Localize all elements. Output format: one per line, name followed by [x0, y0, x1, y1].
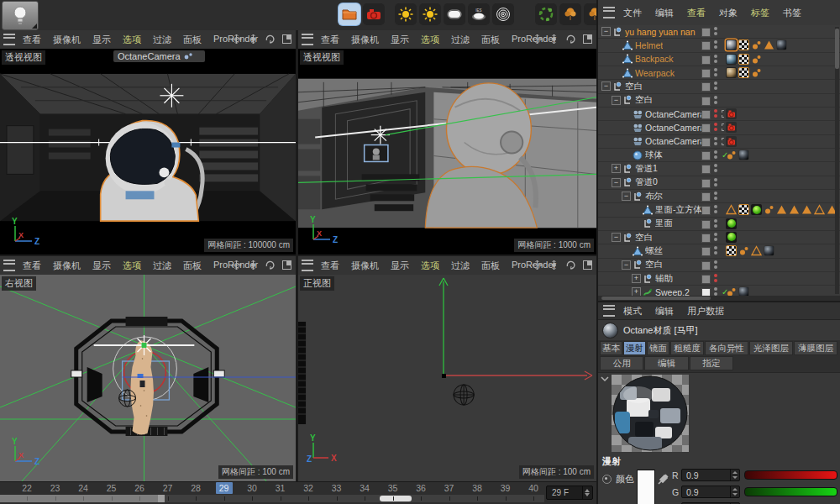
tree-button[interactable] [559, 3, 581, 25]
timeline-ruler[interactable]: 22232425262728293031323334353637383940 [0, 482, 544, 494]
object-label[interactable]: 里面-立方体 [655, 204, 702, 216]
sphere-dark-tag[interactable] [776, 39, 787, 50]
rotate-view-icon[interactable] [265, 34, 276, 45]
layer-color-box[interactable] [701, 41, 711, 50]
pan-view-icon[interactable] [231, 260, 242, 270]
vp-menu-item[interactable]: 过滤 [451, 34, 470, 46]
object-label[interactable]: yu hang yuan nan [625, 27, 696, 37]
material-tab[interactable]: 基本 [600, 341, 622, 355]
object-label[interactable]: 里面 [655, 218, 673, 229]
uv-tag[interactable] [738, 39, 749, 50]
mat-c-tag[interactable] [726, 67, 737, 78]
object-label[interactable]: Backpack [635, 54, 674, 64]
object-label[interactable]: 球体 [645, 150, 663, 161]
object-label[interactable]: Wearpack [635, 68, 675, 78]
layer-color-box[interactable] [701, 179, 711, 188]
object-label[interactable]: OctaneCamera [645, 109, 705, 119]
frame-number[interactable]: 39 [496, 483, 515, 493]
viewport-label[interactable]: 右视图 [2, 276, 36, 291]
phong-tag[interactable] [738, 245, 749, 256]
cam-tag[interactable] [726, 136, 737, 147]
vp3-canvas[interactable]: 右视图 网格间距 : 100 cm Y Z X [0, 275, 296, 481]
cam-tag[interactable] [726, 108, 737, 119]
uv-tag[interactable] [738, 54, 749, 65]
material-tab[interactable]: 镜面 [647, 341, 669, 355]
object-label[interactable]: OctaneCamera [645, 136, 705, 146]
frame-number[interactable]: 24 [74, 483, 92, 493]
uv-tag[interactable] [738, 204, 749, 215]
om-menu-item[interactable]: 编辑 [655, 7, 674, 19]
object-row[interactable]: −管道0 [598, 176, 840, 190]
tri-tag[interactable] [789, 204, 800, 215]
vp-menu-item[interactable]: 面板 [481, 34, 500, 46]
uv-tag[interactable] [726, 245, 737, 256]
vp-menu-item[interactable]: 选项 [421, 34, 439, 46]
mat-a-tag[interactable] [726, 39, 737, 50]
layer-color-box[interactable] [701, 151, 711, 160]
frame-number[interactable]: 25 [102, 483, 121, 493]
collapse-icon[interactable]: − [612, 96, 621, 105]
object-label[interactable]: 空白 [625, 81, 643, 92]
object-label[interactable]: 管道1 [635, 163, 658, 175]
menu-icon[interactable] [603, 7, 615, 18]
maximize-view-icon[interactable] [582, 34, 593, 45]
sphere-dark-tag[interactable] [764, 245, 774, 256]
frame-number[interactable]: 34 [355, 483, 374, 493]
render-camera-button[interactable] [363, 3, 385, 25]
mat-b-tag[interactable] [726, 54, 737, 65]
viewport-label[interactable]: 正视图 [300, 276, 334, 291]
layer-color-box[interactable] [701, 234, 711, 243]
channel-spinner[interactable] [730, 470, 739, 480]
folder-button[interactable] [339, 3, 360, 25]
tree-vertical-scrollbar[interactable] [835, 27, 839, 294]
menu-icon[interactable] [603, 305, 615, 317]
visibility-dots[interactable] [714, 81, 717, 92]
layer-color-box[interactable] [701, 165, 711, 174]
object-row[interactable]: −空白 [598, 259, 840, 272]
layer-color-box[interactable] [701, 275, 711, 284]
vp-menu-item[interactable]: 选项 [123, 260, 141, 272]
material-tab[interactable]: 各向异性 [705, 341, 748, 355]
object-label[interactable]: 空白 [635, 232, 653, 244]
phong-tag[interactable] [751, 54, 762, 65]
rotate-view-icon[interactable] [565, 260, 576, 270]
material-tab[interactable]: 粗糙度 [670, 341, 704, 355]
glight-tag[interactable] [726, 218, 737, 229]
object-row[interactable]: Helmet [598, 39, 840, 52]
object-row[interactable]: 里面-立方体 [598, 203, 840, 217]
collapse-icon[interactable]: − [622, 192, 631, 201]
vp-menu-item[interactable]: 选项 [421, 260, 439, 272]
om-menu-item[interactable]: 查看 [687, 7, 706, 19]
dolly-view-icon[interactable] [549, 260, 559, 270]
object-label[interactable]: Sweep.2 [655, 287, 690, 296]
material-secondary-tab[interactable]: 指定 [690, 356, 733, 370]
visibility-dots[interactable] [714, 287, 717, 296]
pan-view-icon[interactable] [532, 34, 543, 45]
om-menu-item[interactable]: 书签 [783, 7, 801, 19]
collapse-chevron-icon[interactable] [601, 375, 609, 382]
phong-tag[interactable] [764, 204, 774, 215]
timeline-scroll-handle[interactable] [380, 496, 412, 501]
expand-icon[interactable]: + [632, 287, 641, 296]
channel-value-field[interactable]: 0.9 [681, 486, 740, 498]
layer-color-box[interactable] [701, 220, 711, 229]
object-row[interactable]: +Sweep.2✓ [598, 286, 840, 296]
eyedropper-icon[interactable] [657, 472, 670, 486]
color-radio[interactable] [602, 475, 612, 484]
vp-menu-item[interactable]: 摄像机 [53, 34, 81, 46]
phong-tag[interactable] [726, 150, 737, 160]
material-tab[interactable]: 漫射 [623, 341, 646, 355]
visibility-dots[interactable] [714, 164, 717, 174]
vp-menu-item[interactable]: 选项 [123, 34, 141, 46]
object-label[interactable]: 空白 [645, 259, 663, 270]
visibility-dots[interactable] [714, 205, 717, 215]
vp-menu-item[interactable]: 显示 [391, 260, 409, 272]
color-swatch[interactable] [637, 470, 655, 504]
object-row[interactable]: 螺丝 [598, 244, 840, 258]
vegetation-ring-button[interactable] [535, 3, 557, 25]
vp-menu-item[interactable]: 过滤 [153, 34, 171, 46]
cam-tag[interactable] [726, 122, 737, 133]
object-row[interactable]: −yu hang yuan nan [598, 25, 840, 39]
object-row[interactable]: −空白 [598, 80, 840, 93]
visibility-dots[interactable] [714, 40, 717, 50]
